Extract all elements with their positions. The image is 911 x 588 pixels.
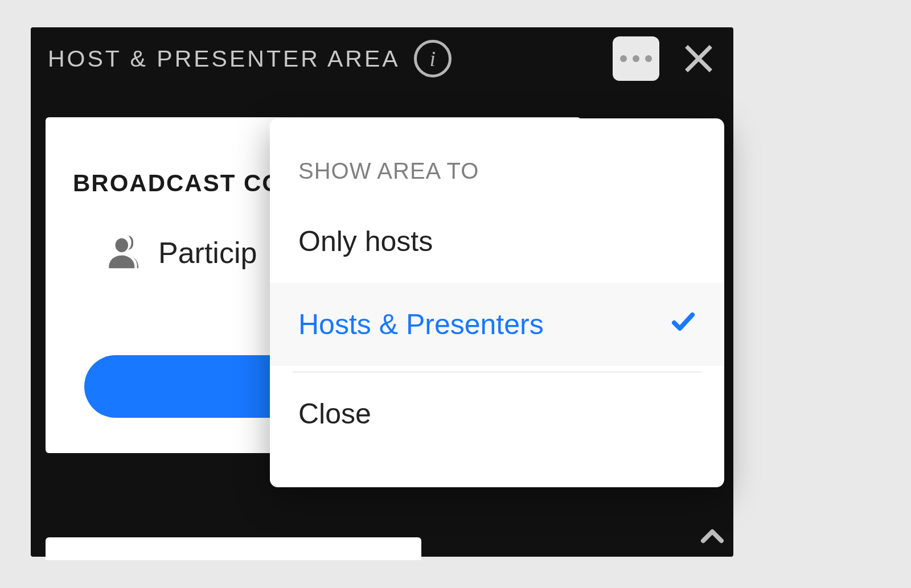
menu-item-close[interactable]: Close [270,372,724,455]
menu-item-only-hosts[interactable]: Only hosts [270,200,724,283]
close-icon[interactable] [681,41,716,76]
participants-icon [102,231,143,274]
menu-header: SHOW AREA TO [270,118,724,200]
check-icon [671,308,696,341]
menu-item-label: Only hosts [298,225,433,258]
show-area-menu: SHOW AREA TO Only hosts Hosts & Presente… [270,118,724,487]
next-card-peek [46,537,421,560]
panel-header: HOST & PRESENTER AREA i [31,27,733,90]
menu-item-label: Close [298,397,371,430]
info-icon[interactable]: i [414,40,452,77]
menu-item-hosts-presenters[interactable]: Hosts & Presenters [270,283,724,366]
chevron-up-icon[interactable] [697,520,728,551]
participants-label: Particip [158,236,257,270]
panel-title: HOST & PRESENTER AREA [48,46,400,72]
menu-item-label: Hosts & Presenters [298,308,544,341]
more-options-button[interactable] [613,36,659,81]
host-presenter-panel: HOST & PRESENTER AREA i BROADCAST CON Pa… [31,27,733,557]
